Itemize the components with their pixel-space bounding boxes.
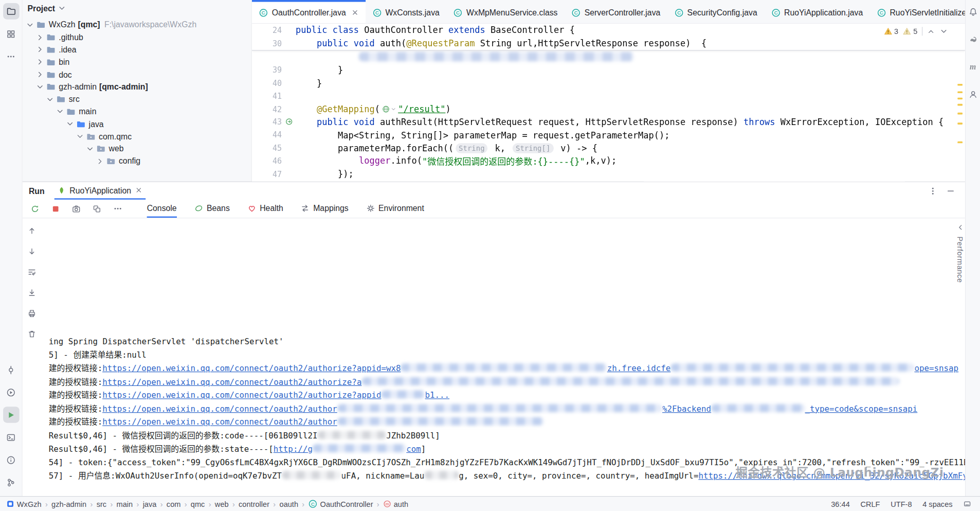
tree-item-github[interactable]: .github: [23, 31, 251, 44]
warning-stripe-mark[interactable]: [957, 98, 963, 100]
problems-button[interactable]: [3, 452, 19, 468]
run-config-tab[interactable]: RuoYiApplication: [55, 182, 146, 200]
console-link[interactable]: ope=snsap: [914, 363, 958, 373]
breadcrumb-item-gzh-admin[interactable]: gzh-admin: [51, 500, 86, 508]
chevron-right-icon[interactable]: [95, 157, 105, 166]
hide-panel-icon[interactable]: [946, 186, 955, 195]
chevron-right-icon[interactable]: [35, 45, 45, 54]
print-button[interactable]: [24, 306, 39, 321]
breadcrumb-item-java[interactable]: java: [143, 500, 157, 508]
editor-tab-ruoyiservletinitializer-java[interactable]: CRuoYiServletInitializer.java: [870, 0, 965, 23]
console-link[interactable]: b1...: [425, 391, 450, 400]
tree-item-wxgzh[interactable]: WxGzh[qmc]F:\javaworkspace\WxGzh: [23, 19, 251, 31]
editor-tab-wxmpmenuservice-class[interactable]: CWxMpMenuService.class: [446, 0, 565, 23]
status-corner-icon[interactable]: [963, 500, 971, 508]
tree-item-idea[interactable]: .idea: [23, 44, 251, 56]
breadcrumb-item-com[interactable]: com: [167, 500, 181, 508]
tree-item-web[interactable]: web: [23, 143, 251, 155]
stop-button[interactable]: [48, 201, 63, 216]
run-view-tab-health[interactable]: Health: [247, 200, 283, 218]
close-icon[interactable]: [351, 9, 359, 16]
close-icon[interactable]: [135, 186, 142, 194]
previous-problem-icon[interactable]: [927, 27, 935, 36]
tree-item-com-qmc[interactable]: com.qmc: [23, 130, 251, 143]
breadcrumb-item-web[interactable]: web: [215, 500, 229, 508]
project-panel-title[interactable]: Project: [27, 4, 55, 13]
soft-wrap-button[interactable]: [24, 265, 39, 279]
chevron-down-icon[interactable]: [35, 82, 45, 91]
tree-item-config[interactable]: config: [23, 155, 251, 167]
tree-item-bin[interactable]: bin: [23, 56, 251, 68]
build-button[interactable]: [89, 201, 104, 216]
scroll-to-end-button[interactable]: [24, 285, 39, 300]
console-output[interactable]: ing Spring DispatcherServlet 'dispatcher…: [41, 218, 965, 496]
breadcrumb-item-oauth[interactable]: oauth: [280, 500, 299, 508]
chevron-down-icon[interactable]: [55, 107, 65, 116]
performance-tab[interactable]: Performance: [956, 223, 965, 283]
chevron-down-icon[interactable]: [75, 132, 85, 141]
more-tool-windows-button[interactable]: [3, 48, 19, 65]
chevron-right-icon[interactable]: [35, 33, 45, 42]
warning-stripe-mark[interactable]: [957, 104, 963, 106]
warning-stripe-mark[interactable]: [957, 122, 963, 125]
globe-icon[interactable]: [382, 105, 396, 113]
code-editor[interactable]: 24public class OauthController extends B…: [252, 24, 965, 181]
breadcrumb-item-qmc[interactable]: qmc: [191, 500, 205, 508]
version-control-button[interactable]: [3, 474, 19, 490]
editor-tab-securityconfig-java[interactable]: CSecurityConfig.java: [667, 0, 764, 23]
chevron-down-icon[interactable]: [25, 21, 35, 29]
chevron-down-icon[interactable]: [65, 120, 75, 129]
tree-item-doc[interactable]: doc: [23, 68, 251, 81]
run-view-tab-console[interactable]: Console: [147, 200, 177, 218]
run-view-tab-environment[interactable]: Environment: [366, 200, 424, 218]
profile-button[interactable]: [965, 86, 980, 103]
gradle-button[interactable]: [965, 31, 980, 48]
options-kebab-icon[interactable]: [928, 186, 937, 196]
tree-item-gzh-admin[interactable]: gzh-admin[qmc-admin]: [23, 81, 251, 93]
indent-style[interactable]: 4 spaces: [922, 500, 952, 508]
editor-tab-oauthcontroller-java[interactable]: COauthController.java: [252, 0, 366, 23]
console-link[interactable]: zh.free.idcfe: [607, 363, 671, 373]
thread-dump-button[interactable]: [69, 201, 84, 216]
next-problem-icon[interactable]: [939, 27, 948, 36]
warning-stripe-mark[interactable]: [957, 113, 963, 115]
console-link[interactable]: https://open.weixin.qq.com/connect/oauth…: [102, 404, 337, 413]
console-link[interactable]: https://open.weixin.qq.com/connect/oauth…: [102, 377, 361, 386]
breadcrumb-item-wxgzh[interactable]: WxGzh: [6, 500, 41, 508]
services-button[interactable]: [3, 384, 19, 400]
editor-tab-ruoyiapplication-java[interactable]: CRuoYiApplication.java: [764, 0, 869, 23]
maven-button[interactable]: m: [965, 59, 980, 75]
warning-stripe-mark[interactable]: [957, 84, 963, 86]
tree-item-src[interactable]: src: [23, 93, 251, 105]
editor-tab-servercontroller-java[interactable]: CServerController.java: [565, 0, 667, 23]
chevron-down-icon[interactable]: [85, 145, 95, 153]
chevron-down-icon[interactable]: [45, 95, 55, 103]
warning-stripe-mark[interactable]: [957, 142, 963, 144]
chevron-down-icon[interactable]: [58, 4, 66, 12]
warning-stripe-mark[interactable]: [957, 91, 963, 93]
run-view-tab-mappings[interactable]: Mappings: [301, 200, 349, 218]
line-separator[interactable]: CRLF: [860, 500, 880, 508]
breadcrumb-item-main[interactable]: main: [117, 500, 133, 508]
breadcrumb-item-oauthcontroller[interactable]: COauthController: [308, 499, 373, 508]
more-actions-button[interactable]: [110, 201, 125, 216]
breadcrumb-item-auth[interactable]: mauth: [383, 500, 408, 508]
scroll-to-bottom-button[interactable]: [24, 244, 39, 259]
console-link[interactable]: com: [406, 444, 421, 453]
console-link[interactable]: https://open.weixin.qq.com/connect/oauth…: [102, 391, 381, 400]
run-view-tab-beans[interactable]: Beans: [194, 200, 230, 218]
scroll-to-top-button[interactable]: [24, 223, 39, 238]
inspection-widget[interactable]: 3 5: [879, 26, 953, 37]
console-link[interactable]: https://open.weixin.qq.com/connect/oauth…: [102, 363, 401, 373]
chevron-right-icon[interactable]: [35, 58, 45, 66]
console-link[interactable]: %2Fbackend: [662, 404, 711, 413]
tree-item-main[interactable]: main: [23, 105, 251, 118]
rerun-button[interactable]: [27, 201, 42, 216]
commit-button[interactable]: [3, 362, 19, 378]
structure-button[interactable]: [3, 26, 19, 42]
tree-item-java[interactable]: java: [23, 118, 251, 130]
endpoint-icon[interactable]: [285, 118, 293, 126]
run-button[interactable]: [3, 407, 19, 423]
console-link[interactable]: https://open.weixin.qq.com/connect/oauth…: [102, 417, 337, 427]
terminal-button[interactable]: [3, 429, 19, 446]
